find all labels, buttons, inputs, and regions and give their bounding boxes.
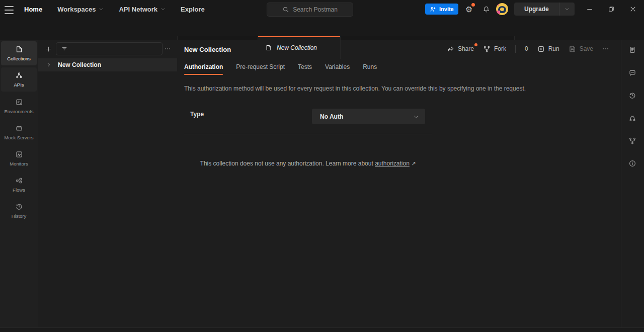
sidebar-item-label: Collections [7, 56, 30, 61]
upgrade-split-button: Upgrade [514, 3, 575, 16]
chevron-right-icon [46, 62, 51, 67]
sidebar-item-monitors[interactable]: Monitors [1, 146, 37, 171]
top-menu: Home Workspaces API Network Explore [24, 0, 205, 18]
window-restore-button[interactable] [606, 4, 617, 15]
tree-item-label: New Collection [58, 61, 101, 68]
status-bar [0, 327, 644, 332]
apis-icon [15, 71, 23, 79]
authorization-docs-link[interactable]: authorization [375, 160, 410, 167]
postman-app-window: Home Workspaces API Network Explore Sear… [0, 0, 644, 332]
toolbar-divider [515, 45, 516, 53]
upgrade-dropdown-button[interactable] [559, 3, 575, 16]
sidebar-item-environments[interactable]: Environments [1, 94, 37, 118]
settings-gear-icon[interactable]: ⚙ [463, 4, 474, 15]
primary-sidebar: Collections APIs Environments Mock Serve… [0, 40, 38, 328]
more-options-icon [164, 45, 171, 52]
fork-icon [483, 45, 491, 53]
menu-explore[interactable]: Explore [181, 6, 205, 13]
run-icon [537, 45, 545, 53]
environments-icon [15, 98, 23, 106]
fork-label: Fork [494, 45, 506, 52]
person-plus-icon [430, 6, 436, 13]
user-avatar[interactable] [496, 3, 508, 15]
collection-title: New Collection [184, 46, 231, 53]
search-icon [282, 6, 289, 13]
tab-tests[interactable]: Tests [298, 63, 312, 75]
tree-item-new-collection[interactable]: New Collection [38, 58, 177, 71]
sidebar-item-history[interactable]: History [1, 199, 37, 223]
run-label: Run [548, 45, 559, 52]
workspace-bar: My Workspace New Import Overview New Col… [0, 18, 644, 41]
mock-servers-icon [15, 124, 23, 132]
monitors-icon [15, 150, 23, 158]
collections-icon [15, 45, 23, 53]
auth-type-select[interactable]: No Auth [312, 109, 425, 124]
share-button[interactable]: Share [447, 45, 474, 53]
documentation-icon[interactable] [625, 43, 639, 57]
chevron-down-icon [413, 114, 419, 120]
changelog-icon[interactable] [625, 89, 639, 103]
flows-icon [15, 177, 23, 185]
collections-filter-input[interactable] [56, 42, 163, 55]
chevron-down-icon [565, 7, 570, 12]
fork-button[interactable]: Fork [483, 45, 506, 53]
run-button[interactable]: Run [537, 45, 559, 53]
external-link-icon: ↗ [411, 160, 416, 167]
save-icon [569, 45, 576, 53]
upgrade-label: Upgrade [524, 6, 549, 13]
settings-notification-dot [471, 3, 475, 7]
tab-new-collection-label: New Collection [277, 44, 317, 51]
collection-options-button[interactable] [602, 45, 609, 52]
history-icon [15, 203, 23, 211]
sidebar-item-label: Flows [13, 187, 25, 193]
tab-variables[interactable]: Variables [325, 63, 350, 75]
tab-authorization[interactable]: Authorization [184, 63, 223, 75]
collections-panel-header [38, 40, 177, 57]
fork-count[interactable]: 0 [525, 45, 528, 52]
collection-file-icon [265, 44, 272, 51]
window-minimize-button[interactable] [584, 4, 595, 15]
panel-options-button[interactable] [162, 43, 173, 54]
sidebar-item-mock-servers[interactable]: Mock Servers [1, 120, 37, 144]
add-collection-button[interactable] [43, 43, 54, 54]
pull-requests-icon[interactable] [625, 111, 639, 125]
menu-api-network[interactable]: API Network [119, 6, 166, 13]
save-label: Save [580, 45, 593, 52]
sidebar-item-apis[interactable]: APIs [1, 67, 37, 92]
share-icon [447, 45, 454, 53]
filter-icon [61, 45, 68, 52]
no-auth-message-text: This collection does not use any authori… [200, 160, 375, 167]
info-icon[interactable] [625, 156, 639, 171]
tab-new-collection[interactable]: New Collection [258, 36, 341, 59]
sidebar-item-flows[interactable]: Flows [1, 173, 37, 197]
sidebar-item-label: Mock Servers [4, 135, 33, 140]
comments-icon[interactable] [625, 66, 639, 80]
tab-label: Pre-request Script [236, 63, 285, 70]
invite-label: Invite [439, 6, 454, 12]
type-label: Type [190, 111, 204, 118]
tab-runs[interactable]: Runs [363, 63, 377, 75]
avatar-shape [497, 4, 499, 6]
global-search-placeholder: Search Postman [293, 6, 338, 13]
authorization-description: This authorization method will be used f… [184, 85, 526, 92]
menu-explore-label: Explore [181, 6, 205, 13]
menu-workspaces[interactable]: Workspaces [57, 6, 104, 13]
auth-type-value: No Auth [320, 113, 343, 120]
global-search[interactable]: Search Postman [267, 3, 353, 17]
context-rail [621, 40, 644, 328]
more-options-icon [602, 45, 609, 52]
tab-pre-request-script[interactable]: Pre-request Script [236, 63, 285, 75]
tab-label: Tests [298, 63, 312, 70]
tab-label: Authorization [184, 63, 223, 70]
collections-panel: New Collection [38, 40, 178, 328]
upgrade-button[interactable]: Upgrade [514, 3, 559, 16]
hamburger-menu-icon[interactable] [5, 5, 14, 15]
forks-icon[interactable] [625, 134, 639, 148]
save-button[interactable]: Save [569, 45, 593, 53]
invite-button[interactable]: Invite [425, 4, 458, 15]
collection-toolbar: Share Fork 0 Run Save [447, 45, 609, 53]
sidebar-item-collections[interactable]: Collections [1, 41, 37, 65]
notifications-bell-icon[interactable] [480, 4, 492, 15]
window-close-button[interactable] [627, 4, 638, 15]
menu-home[interactable]: Home [24, 6, 42, 13]
